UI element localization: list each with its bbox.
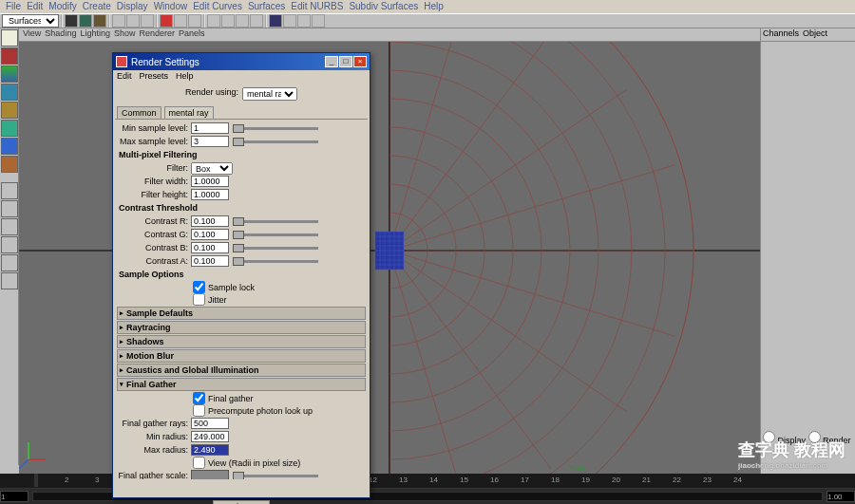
max-sample-field[interactable] <box>191 136 229 147</box>
menu-editnurbs[interactable]: Edit NURBS <box>289 1 345 12</box>
shelf-icon[interactable] <box>93 14 106 28</box>
shelf-icon[interactable] <box>221 14 235 28</box>
fg-rays-field[interactable] <box>191 418 229 429</box>
filter-width-field[interactable] <box>191 176 229 187</box>
menu-display[interactable]: Display <box>115 1 150 12</box>
select-tool-icon[interactable] <box>1 29 18 47</box>
dlg-menu-help[interactable]: Help <box>176 71 194 83</box>
tab-mentalray[interactable]: mental ray <box>164 106 214 119</box>
cb-slider[interactable] <box>233 247 318 250</box>
layout-icon[interactable] <box>1 272 18 289</box>
sec-sample-defaults[interactable]: Sample Defaults <box>117 307 366 320</box>
fg-scale-slider[interactable] <box>233 475 318 477</box>
shelf-icon[interactable] <box>112 14 125 28</box>
precompute-check[interactable] <box>193 404 205 417</box>
range-end-field[interactable] <box>826 491 855 502</box>
module-selector[interactable]: Surfaces <box>2 14 59 28</box>
cr-field[interactable] <box>191 215 229 227</box>
vp-menu-panels[interactable]: Panels <box>179 28 205 41</box>
fg-maxr-field[interactable] <box>191 444 229 456</box>
shelf-icon[interactable] <box>207 14 220 28</box>
tab-channels[interactable]: Channels <box>763 28 799 41</box>
close-icon[interactable]: × <box>353 56 367 67</box>
filter-height-field[interactable] <box>191 189 229 200</box>
scale-tool-icon[interactable] <box>1 102 18 119</box>
range-start-field[interactable] <box>0 491 28 502</box>
snap-icon[interactable] <box>160 14 173 28</box>
viewport-menu: View Shading Lighting Show Renderer Pane… <box>19 28 760 42</box>
sec-shadows[interactable]: Shadows <box>117 335 366 348</box>
dialog-titlebar[interactable]: Render Settings _ □ × <box>113 53 370 70</box>
shelf-icon[interactable] <box>126 14 140 28</box>
fg-scale-swatch[interactable] <box>191 470 229 479</box>
move-tool-icon[interactable] <box>1 65 18 83</box>
cg-field[interactable] <box>191 229 229 240</box>
shelf-icon[interactable] <box>65 14 78 28</box>
menu-window[interactable]: Window <box>152 1 190 12</box>
tool-icon[interactable] <box>1 156 18 173</box>
layout-icon[interactable] <box>1 254 18 271</box>
lasso-tool-icon[interactable] <box>1 47 18 65</box>
menu-subdiv[interactable]: Subdiv Surfaces <box>347 1 420 12</box>
sec-final-gather[interactable]: Final Gather <box>117 378 366 391</box>
tab-object[interactable]: Object <box>803 28 827 41</box>
shelf-icon[interactable] <box>250 14 263 28</box>
render-icon[interactable] <box>269 14 282 28</box>
vp-menu-show[interactable]: Show <box>114 28 136 41</box>
tool-icon[interactable] <box>1 120 18 137</box>
shelf-icon[interactable] <box>236 14 249 28</box>
rotate-tool-icon[interactable] <box>1 84 18 101</box>
app-icon <box>116 56 127 67</box>
cb-field[interactable] <box>191 242 229 253</box>
layout-icon[interactable] <box>1 200 18 217</box>
sec-caustics-gi[interactable]: Caustics and Global Illumination <box>117 364 366 377</box>
fg-view-check[interactable] <box>193 457 205 469</box>
vp-menu-shading[interactable]: Shading <box>45 28 76 41</box>
sample-lock-check[interactable] <box>193 281 205 293</box>
layout-icon[interactable] <box>1 182 18 199</box>
sec-raytracing[interactable]: Raytracing <box>117 321 366 334</box>
vp-menu-lighting[interactable]: Lighting <box>80 28 110 41</box>
cg-slider[interactable] <box>233 233 318 236</box>
menu-editcurves[interactable]: Edit Curves <box>191 1 244 12</box>
minimize-icon[interactable]: _ <box>325 56 338 67</box>
fg-view-label: View (Radii in pixel size) <box>208 458 300 468</box>
vp-menu-view[interactable]: View <box>23 28 41 41</box>
channel-box: Channels Object Display Render <box>760 28 855 474</box>
dlg-menu-presets[interactable]: Presets <box>140 71 169 83</box>
render-icon[interactable] <box>297 14 311 28</box>
snap-icon[interactable] <box>188 14 201 28</box>
cr-slider[interactable] <box>233 220 318 223</box>
shelf-icon[interactable] <box>79 14 92 28</box>
fg-check[interactable] <box>193 392 205 404</box>
render-icon[interactable] <box>283 14 296 28</box>
ca-field[interactable] <box>191 255 229 267</box>
min-sample-slider[interactable] <box>233 127 318 130</box>
menu-create[interactable]: Create <box>81 1 113 12</box>
render-using-select[interactable]: mental ray <box>242 87 297 101</box>
maximize-icon[interactable]: □ <box>339 56 352 67</box>
fg-minr-field[interactable] <box>191 431 229 442</box>
close-button[interactable]: Close <box>213 500 270 504</box>
shelf-icon[interactable] <box>141 14 154 28</box>
menu-help[interactable]: Help <box>422 1 446 12</box>
settings-scroll[interactable]: Min sample level: Max sample level: Mult… <box>115 119 368 479</box>
layout-icon[interactable] <box>1 218 18 235</box>
max-sample-slider[interactable] <box>233 140 318 143</box>
menu-surfaces[interactable]: Surfaces <box>246 1 287 12</box>
snap-icon[interactable] <box>174 14 187 28</box>
min-sample-field[interactable] <box>191 122 229 134</box>
tab-common[interactable]: Common <box>117 106 162 119</box>
menu-modify[interactable]: Modify <box>47 1 78 12</box>
menu-file[interactable]: File <box>4 1 23 12</box>
ca-slider[interactable] <box>233 260 318 263</box>
vp-menu-renderer[interactable]: Renderer <box>139 28 175 41</box>
filter-select[interactable]: Box <box>191 162 233 175</box>
render-icon[interactable] <box>312 14 325 28</box>
tool-icon[interactable] <box>1 138 18 155</box>
menu-edit[interactable]: Edit <box>25 1 45 12</box>
jitter-check[interactable] <box>193 293 205 306</box>
layout-icon[interactable] <box>1 236 18 253</box>
sec-motion-blur[interactable]: Motion Blur <box>117 349 366 363</box>
dlg-menu-edit[interactable]: Edit <box>117 71 132 83</box>
